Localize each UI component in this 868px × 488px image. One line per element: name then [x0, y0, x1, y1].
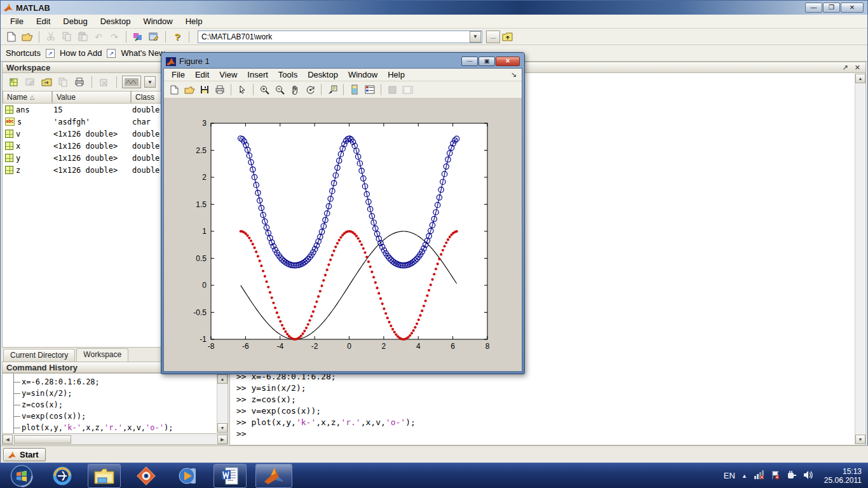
network-icon[interactable] [754, 470, 764, 481]
open-figure-icon[interactable] [182, 83, 196, 96]
pan-hand-icon[interactable] [288, 83, 302, 96]
hide-plot-tools-icon[interactable] [385, 83, 399, 96]
insert-colorbar-icon[interactable] [348, 83, 362, 96]
redo-icon[interactable]: ↷ [107, 30, 121, 43]
save-figure-icon[interactable] [198, 83, 212, 96]
figure-titlebar[interactable]: Figure 1 — ▣ ✕ [163, 55, 522, 68]
power-plug-icon[interactable] [787, 470, 797, 482]
figure-menu-help[interactable]: Help [383, 69, 410, 80]
new-figure-icon[interactable] [167, 83, 181, 96]
tab-workspace[interactable]: Workspace [76, 348, 128, 362]
print-icon[interactable] [72, 76, 86, 88]
scroll-left-icon[interactable]: ◀ [3, 435, 13, 444]
new-variable-icon[interactable] [6, 76, 20, 88]
language-indicator[interactable]: EN [724, 471, 735, 480]
zoom-in-icon[interactable] [257, 83, 271, 96]
matlab-icon[interactable] [255, 464, 292, 488]
figure-minimize-button[interactable]: — [461, 57, 478, 66]
menu-window[interactable]: Window [137, 15, 178, 27]
open-file-icon[interactable] [20, 30, 34, 43]
figure-axes-area[interactable]: -8-6-4-202468-1-0.500.511.522.53 [164, 98, 522, 371]
figure-maximize-button[interactable]: ▣ [478, 57, 495, 66]
current-directory-combo[interactable]: C:\MATLAB701\work ▼ ... [198, 30, 514, 43]
scroll-up-icon[interactable]: ▲ [217, 374, 227, 384]
history-horizontal-scrollbar[interactable]: ◀ ▶ [2, 434, 228, 445]
paste-icon[interactable] [76, 30, 90, 43]
shortcut-whats-new[interactable]: What's New [121, 48, 165, 58]
action-center-flag-icon[interactable] [771, 470, 780, 482]
command-window-scrollbar[interactable]: ▲ ▼ [855, 74, 865, 444]
column-header-value[interactable]: Value [52, 91, 131, 104]
copy-icon[interactable] [60, 30, 74, 43]
combo-dropdown-icon[interactable]: ▼ [470, 31, 481, 43]
undo-icon[interactable]: ↶ [92, 30, 105, 43]
plot-canvas[interactable]: -8-6-4-202468-1-0.500.511.522.53 [164, 98, 523, 371]
figure-close-button[interactable]: ✕ [496, 57, 520, 66]
current-directory-value[interactable]: C:\MATLAB701\work [198, 32, 469, 41]
restore-button[interactable]: ❐ [823, 3, 840, 13]
tab-current-directory[interactable]: Current Directory [3, 349, 75, 362]
scroll-up-icon[interactable]: ▲ [855, 74, 865, 83]
menu-file[interactable]: File [4, 15, 29, 27]
menu-debug[interactable]: Debug [57, 15, 93, 27]
browse-folder-button[interactable]: ... [486, 30, 500, 43]
history-vertical-scrollbar[interactable]: ▲ ▼ [217, 374, 227, 433]
menu-help[interactable]: Help [180, 15, 208, 27]
matlab-titlebar[interactable]: MATLAB — ❐ ✕ [1, 1, 867, 15]
guide-icon[interactable] [147, 30, 161, 43]
history-command[interactable]: z=cos(x); [22, 399, 227, 410]
plot-type-dropdown-icon[interactable]: ▼ [144, 76, 156, 88]
copy-variable-icon[interactable] [56, 76, 70, 88]
windows-start-orb[interactable] [5, 464, 38, 488]
new-file-icon[interactable] [4, 30, 18, 43]
import-data-icon[interactable] [39, 76, 53, 88]
figure-menu-window[interactable]: Window [343, 69, 383, 80]
tray-expand-icon[interactable]: ▲ [742, 473, 747, 479]
figure-menu-tools[interactable]: Tools [273, 69, 302, 80]
media-player-icon[interactable] [172, 464, 205, 488]
history-command[interactable]: x=-6.28:0.1:6.28; [22, 376, 227, 388]
history-command[interactable]: plot(x,y,'k-',x,z,'r.',x,v,'o-'); [22, 422, 227, 433]
figure-menu-insert[interactable]: Insert [242, 69, 273, 80]
delete-variable-icon[interactable] [97, 76, 111, 88]
panel-close-icon[interactable]: ✕ [855, 64, 860, 72]
simulink-icon[interactable] [131, 30, 145, 43]
print-figure-icon[interactable] [213, 83, 227, 96]
scroll-right-icon[interactable]: ▶ [217, 435, 227, 444]
open-selection-icon[interactable] [23, 76, 37, 88]
internet-explorer-icon[interactable] [46, 464, 79, 488]
figure-menu-file[interactable]: File [166, 69, 190, 80]
windows-explorer-icon[interactable] [88, 464, 121, 488]
history-command[interactable]: v=exp(cos(x)); [22, 410, 227, 422]
scroll-down-icon[interactable]: ▼ [217, 423, 227, 433]
image-viewer-icon[interactable] [130, 464, 163, 488]
rotate-3d-icon[interactable] [303, 83, 317, 96]
zoom-out-icon[interactable] [273, 83, 287, 96]
figure-menu-edit[interactable]: Edit [190, 69, 214, 80]
word-icon[interactable] [214, 464, 247, 488]
help-icon[interactable]: ? [170, 30, 184, 43]
folder-up-icon[interactable] [500, 30, 514, 43]
cut-icon[interactable] [44, 30, 58, 43]
scrollbar-thumb[interactable] [14, 435, 71, 444]
edit-plot-cursor-icon[interactable] [235, 83, 249, 96]
close-button[interactable]: ✕ [841, 3, 864, 13]
figure-menu-view[interactable]: View [214, 69, 242, 80]
plot-variable-icon[interactable] [122, 76, 141, 88]
column-header-name[interactable]: Name △ [3, 91, 52, 104]
figure-menu-desktop[interactable]: Desktop [302, 69, 343, 80]
menu-desktop[interactable]: Desktop [95, 15, 137, 27]
minimize-button[interactable]: — [805, 3, 822, 13]
show-plot-tools-icon[interactable] [400, 83, 414, 96]
clock[interactable]: 15:13 25.06.2011 [820, 467, 862, 485]
command-prompt[interactable]: >> [236, 428, 416, 440]
insert-legend-icon[interactable] [363, 83, 377, 96]
undock-icon[interactable]: ↗ [843, 64, 848, 72]
volume-icon[interactable] [803, 470, 814, 482]
matlab-start-button[interactable]: Start [3, 448, 46, 461]
shortcut-how-to-add[interactable]: How to Add [60, 48, 102, 58]
dock-figure-icon[interactable]: ↘ [511, 71, 522, 79]
scroll-down-icon[interactable]: ▼ [855, 435, 865, 444]
figure-window[interactable]: Figure 1 — ▣ ✕ File Edit View Insert Too… [161, 52, 525, 374]
menu-edit[interactable]: Edit [31, 15, 56, 27]
